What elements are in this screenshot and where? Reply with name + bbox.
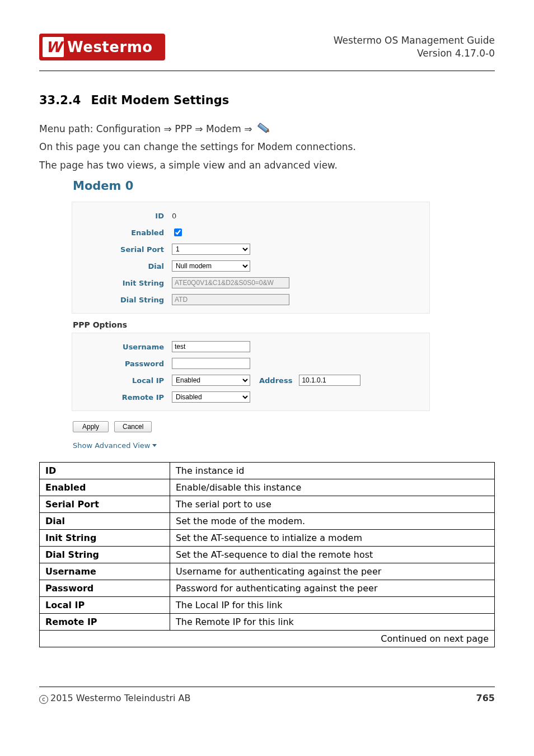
logo: W Westermo ® (39, 34, 165, 60)
desc-text: The instance id (170, 463, 495, 479)
section-heading: 33.2.4Edit Modem Settings (39, 94, 495, 107)
desc-text: Enable/disable this instance (170, 479, 495, 496)
table-row: Init StringSet the AT-sequence to intial… (40, 530, 495, 547)
desc-text: Username for authenticating against the … (170, 563, 495, 580)
desc-text: The Local IP for this link (170, 597, 495, 614)
desc-label: ID (40, 463, 170, 479)
guide-title: Westermo OS Management Guide (334, 34, 495, 47)
copyright-icon: c (39, 695, 48, 704)
label-id: ID (76, 212, 172, 220)
select-local-ip[interactable]: Enabled (172, 375, 250, 386)
table-row: DialSet the mode of the modem. (40, 513, 495, 530)
select-dial[interactable]: Null modem (172, 260, 250, 272)
label-serial-port: Serial Port (76, 245, 172, 254)
desc-label: Password (40, 580, 170, 597)
table-row: Dial StringSet the AT-sequence to dial t… (40, 547, 495, 563)
label-address: Address (259, 376, 292, 385)
header-right: Westermo OS Management Guide Version 4.1… (334, 34, 495, 60)
cancel-button[interactable]: Cancel (114, 421, 152, 432)
desc-text: The serial port to use (170, 496, 495, 513)
table-row: Serial PortThe serial port to use (40, 496, 495, 513)
page-footer: c2015 Westermo Teleindustri AB 765 (39, 693, 495, 704)
desc-label: Init String (40, 530, 170, 547)
footer-page-number: 765 (476, 693, 495, 704)
label-password: Password (76, 360, 172, 368)
chevron-down-icon (152, 444, 157, 447)
select-serial-port[interactable]: 1 (172, 244, 250, 255)
registered-icon: ® (154, 44, 160, 50)
label-enabled: Enabled (76, 228, 172, 237)
show-advanced-view-link[interactable]: Show Advanced View (73, 441, 157, 450)
table-row: IDThe instance id (40, 463, 495, 479)
guide-version: Version 4.17.0-0 (334, 47, 495, 60)
table-row: PasswordPassword for authenticating agai… (40, 580, 495, 597)
desc-text: Set the mode of the modem. (170, 513, 495, 530)
footer-copyright: 2015 Westermo Teleindustri AB (50, 693, 190, 703)
desc-text: Password for authenticating against the … (170, 580, 495, 597)
value-id: 0 (172, 212, 176, 220)
ppp-options-block: Username Password Local IP Enabled Addre… (72, 333, 430, 411)
logo-mark-icon: W (43, 37, 64, 57)
desc-label: Local IP (40, 597, 170, 614)
label-remote-ip: Remote IP (76, 393, 172, 402)
section-number: 33.2.4 (39, 94, 81, 107)
desc-label: Dial (40, 513, 170, 530)
checkbox-enabled[interactable] (174, 228, 182, 236)
desc-text: The Remote IP for this link (170, 614, 495, 631)
label-init-string: Init String (76, 279, 172, 287)
label-dial: Dial (76, 262, 172, 270)
section-title: Edit Modem Settings (91, 94, 229, 107)
desc-label: Dial String (40, 547, 170, 563)
header-divider (39, 71, 495, 71)
desc-text: Set the AT-sequence to intialize a modem (170, 530, 495, 547)
pencil-icon (255, 120, 273, 137)
input-dial-string[interactable] (172, 294, 289, 305)
modem-settings-block: ID 0 Enabled Serial Port 1 Dial N (72, 202, 430, 314)
input-password[interactable] (172, 358, 250, 369)
continued-text: Continued on next page (40, 631, 495, 647)
continued-row: Continued on next page (40, 631, 495, 647)
desc-label: Remote IP (40, 614, 170, 631)
menu-path-line: Menu path: Configuration ⇒ PPP ⇒ Modem ⇒ (39, 122, 495, 136)
page-header: W Westermo ® Westermo OS Management Guid… (39, 34, 495, 60)
table-row: UsernameUsername for authenticating agai… (40, 563, 495, 580)
show-advanced-view-text: Show Advanced View (73, 441, 150, 450)
desc-text: Set the AT-sequence to dial the remote h… (170, 547, 495, 563)
desc-label: Username (40, 563, 170, 580)
form-title: Modem 0 (73, 179, 430, 193)
table-row: Local IPThe Local IP for this link (40, 597, 495, 614)
table-row: EnabledEnable/disable this instance (40, 479, 495, 496)
input-address[interactable] (299, 375, 360, 386)
logo-text: Westermo (67, 39, 153, 55)
field-description-table: IDThe instance idEnabledEnable/disable t… (39, 462, 495, 647)
intro-line-2: On this page you can change the settings… (39, 139, 495, 154)
input-init-string[interactable] (172, 277, 289, 288)
apply-button[interactable]: Apply (73, 421, 109, 432)
input-username[interactable] (172, 341, 250, 352)
select-remote-ip[interactable]: Disabled (172, 391, 250, 403)
label-local-ip: Local IP (76, 376, 172, 385)
intro-line-3: The page has two views, a simple view an… (39, 158, 495, 172)
footer-divider (39, 687, 495, 687)
desc-label: Serial Port (40, 496, 170, 513)
ppp-options-heading: PPP Options (73, 320, 430, 329)
menu-path-text: Menu path: Configuration ⇒ PPP ⇒ Modem ⇒ (39, 123, 252, 134)
footer-left: c2015 Westermo Teleindustri AB (39, 693, 190, 704)
label-username: Username (76, 343, 172, 351)
table-row: Remote IPThe Remote IP for this link (40, 614, 495, 631)
desc-label: Enabled (40, 479, 170, 496)
label-dial-string: Dial String (76, 296, 172, 304)
